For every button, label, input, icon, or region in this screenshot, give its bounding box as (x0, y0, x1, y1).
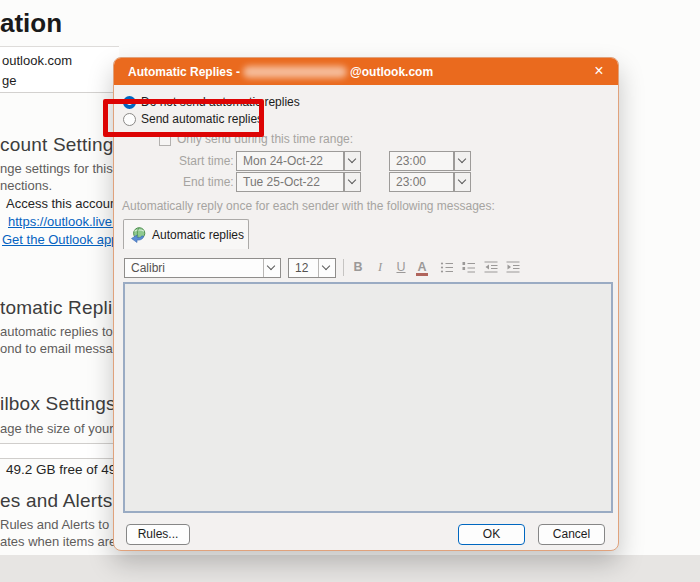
chevron-down-icon (458, 176, 466, 184)
section-rules-alerts-heading: es and Alerts (0, 490, 112, 512)
dialog-title: Automatic Replies - (128, 65, 240, 79)
end-time-dropdown-button[interactable] (454, 172, 471, 192)
chevron-down-icon (458, 155, 466, 163)
font-color-glyph: A (417, 260, 426, 274)
increase-indent-icon[interactable] (503, 259, 523, 277)
decrease-indent-icon[interactable] (481, 259, 501, 277)
annotation-highlight-rectangle (103, 99, 264, 137)
outlook-web-link[interactable]: https://outlook.live.co (8, 214, 129, 229)
font-size-select[interactable]: 12 (288, 258, 336, 278)
end-date-dropdown-button[interactable] (344, 172, 361, 192)
start-time-select[interactable]: 23:00 (389, 151, 454, 171)
start-time-dropdown-button[interactable] (454, 151, 471, 171)
start-date-select[interactable]: Mon 24-Oct-22 (236, 151, 344, 171)
mailbox-quota-bar (0, 443, 119, 459)
chevron-down-icon (267, 262, 275, 270)
dialog-titlebar: Automatic Replies - @outlook.com × (114, 58, 618, 85)
chevron-down-icon (348, 155, 356, 163)
account-settings-desc-2: nections. (0, 178, 52, 193)
reply-message-area[interactable] (123, 282, 613, 513)
font-name-value: Calibri (125, 259, 280, 275)
backstage-page-title: ation (0, 8, 62, 39)
font-size-dropdown-button[interactable] (318, 259, 335, 277)
close-icon[interactable]: × (590, 62, 608, 80)
chevron-down-icon (322, 262, 330, 270)
tab-automatic-replies[interactable]: Automatic replies (123, 219, 249, 249)
italic-icon[interactable]: I (370, 259, 390, 277)
font-color-bar (416, 273, 428, 276)
underline-icon[interactable]: U (391, 259, 411, 277)
end-date-select[interactable]: Tue 25-Oct-22 (236, 172, 344, 192)
numbered-list-icon[interactable] (459, 259, 479, 277)
screen: ation outlook.com ge count Settings nge … (0, 0, 700, 582)
account-settings-desc-1: nge settings for this ac (0, 161, 130, 176)
font-name-dropdown-button[interactable] (263, 259, 280, 277)
automatic-replies-desc-1: automatic replies to nc (0, 324, 130, 339)
bullet-list-icon[interactable] (437, 259, 457, 277)
account-secondary-text: ge (2, 73, 16, 88)
ok-button[interactable]: OK (458, 524, 525, 545)
toolbar-separator (343, 259, 344, 276)
globe-reply-icon (130, 227, 146, 243)
font-color-icon[interactable]: A (412, 259, 432, 277)
outlook-app-link[interactable]: Get the Outlook app f (2, 232, 126, 247)
reply-instruction-text: Automatically reply once for each sender… (122, 199, 495, 213)
tab-automatic-replies-label: Automatic replies (152, 228, 244, 242)
dialog-title-domain: @outlook.com (350, 65, 433, 79)
chevron-down-icon (348, 176, 356, 184)
account-email: outlook.com (2, 53, 72, 68)
bold-icon[interactable]: B (348, 259, 368, 277)
end-time-select[interactable]: 23:00 (389, 172, 454, 192)
cancel-button[interactable]: Cancel (538, 524, 605, 545)
section-mailbox-settings-heading: ilbox Settings (0, 393, 116, 415)
start-time-value: 23:00 (390, 152, 453, 168)
end-time-label: End time: (183, 175, 234, 189)
font-name-select[interactable]: Calibri (124, 258, 281, 278)
start-date-dropdown-button[interactable] (344, 151, 361, 171)
redacted-email-blur (243, 66, 347, 78)
start-date-value: Mon 24-Oct-22 (237, 152, 343, 168)
start-time-label: Start time: (179, 154, 234, 168)
end-date-value: Tue 25-Oct-22 (237, 173, 343, 189)
account-selector-dropdown[interactable]: outlook.com ge (0, 46, 119, 93)
section-account-settings-heading: count Settings (0, 134, 123, 156)
end-time-value: 23:00 (390, 173, 453, 189)
window-bottom-edge (0, 555, 700, 582)
rules-alerts-desc-1: Rules and Alerts to hel (0, 517, 130, 532)
rules-button[interactable]: Rules... (126, 524, 190, 545)
